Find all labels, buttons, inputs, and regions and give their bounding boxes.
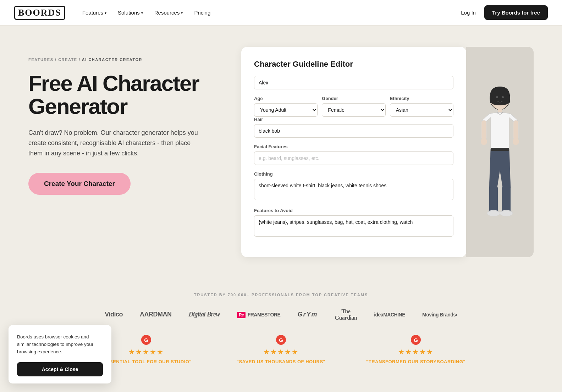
review-card-1: G ★★★★★ "SAVED US THOUSANDS OF HOURS" — [221, 335, 341, 364]
clothing-field: Clothing short-sleeved white t-shirt, bl… — [254, 171, 453, 201]
svg-rect-12 — [502, 186, 511, 212]
svg-point-4 — [502, 96, 504, 98]
character-image-panel — [466, 47, 534, 257]
svg-rect-2 — [507, 95, 510, 103]
brand-grym: GrYm — [297, 311, 318, 318]
nav-actions: Log In Try Boords for free — [461, 5, 548, 20]
name-input[interactable] — [254, 76, 453, 89]
avoid-field: Features to Avoid {white jeans}, stripes… — [254, 208, 453, 238]
name-field — [254, 76, 453, 89]
facial-input[interactable] — [254, 151, 453, 165]
create-character-button[interactable]: Create Your Character — [28, 173, 131, 195]
age-select[interactable]: Young Adult Child Teen Adult Middle-Aged… — [254, 103, 318, 117]
brand-ideamachine: ideaMACHINE — [374, 312, 405, 318]
breadcrumb-create[interactable]: CREATE — [58, 57, 77, 62]
hero-left: FEATURES / CREATE / AI CHARACTER CREATOR… — [28, 47, 227, 195]
hair-label: Hair — [254, 117, 453, 122]
avoid-input[interactable]: {white jeans}, stripes, sunglasses, bag,… — [254, 215, 453, 237]
gender-group: Gender Female Male Non-binary — [322, 96, 385, 117]
g-badge-1: G — [276, 335, 286, 345]
hair-input[interactable] — [254, 124, 453, 138]
svg-rect-11 — [489, 186, 498, 212]
hair-field: Hair — [254, 117, 453, 138]
clothing-label: Clothing — [254, 171, 453, 177]
svg-point-14 — [500, 210, 513, 216]
stars-1: ★★★★★ — [221, 348, 341, 356]
svg-point-9 — [513, 138, 519, 145]
gender-label: Gender — [322, 96, 385, 101]
ethnicity-group: Ethnicity Asian Black Hispanic White Mix… — [390, 96, 453, 117]
character-editor-card: Character Guideline Editor Age Young Adu… — [241, 47, 466, 257]
stars-2: ★★★★★ — [356, 348, 476, 356]
cookie-accept-button[interactable]: Accept & Close — [17, 362, 103, 376]
svg-rect-7 — [513, 120, 518, 140]
g-badge-2: G — [411, 335, 421, 345]
svg-rect-6 — [481, 120, 486, 140]
hero-description: Can't draw? No problem. Our character ge… — [28, 128, 199, 158]
review-text-2: "TRANSFORMED OUR STORYBOARDING" — [356, 359, 476, 364]
age-group: Age Young Adult Child Teen Adult Middle-… — [254, 96, 318, 117]
character-figure — [475, 85, 525, 227]
svg-rect-10 — [491, 148, 509, 151]
hero-right: Character Guideline Editor Age Young Adu… — [241, 47, 534, 257]
cookie-text: Boords uses browser cookies and similar … — [17, 333, 103, 356]
svg-point-13 — [487, 210, 500, 216]
nav-pricing[interactable]: Pricing — [194, 10, 210, 16]
review-text-1: "SAVED US THOUSANDS OF HOURS" — [221, 359, 341, 364]
breadcrumb: FEATURES / CREATE / AI CHARACTER CREATOR — [28, 57, 227, 62]
facial-field: Facial Features — [254, 144, 453, 165]
g-badge-0: G — [141, 335, 151, 345]
demographics-row: Age Young Adult Child Teen Adult Middle-… — [254, 96, 453, 117]
svg-rect-1 — [490, 95, 493, 103]
nav-links: Features ▾ Solutions ▾ Resources ▾ Prici… — [82, 10, 461, 16]
brand-guardian: TheGuardian — [335, 308, 357, 321]
editor-title: Character Guideline Editor — [254, 60, 453, 69]
ethnicity-label: Ethnicity — [390, 96, 453, 101]
gender-select[interactable]: Female Male Non-binary — [322, 103, 385, 117]
try-free-button[interactable]: Try Boords for free — [484, 5, 548, 20]
breadcrumb-features[interactable]: FEATURES — [28, 57, 53, 62]
trusted-label: TRUSTED BY 700,000+ PROFESSIONALS FROM T… — [28, 293, 534, 297]
brand-logos: Vidico AARDMAN Digital Brew Re FRAMESTOR… — [28, 308, 534, 321]
chevron-down-icon: ▾ — [105, 11, 106, 15]
brand-moving-brands: Moving Brands› — [422, 312, 457, 318]
svg-point-3 — [496, 96, 498, 98]
facial-label: Facial Features — [254, 144, 453, 149]
nav-resources[interactable]: Resources ▾ — [154, 10, 183, 16]
cookie-banner: Boords uses browser cookies and similar … — [9, 325, 111, 383]
brand-vidico: Vidico — [105, 311, 123, 318]
review-card-2: G ★★★★★ "TRANSFORMED OUR STORYBOARDING" — [356, 335, 476, 364]
chevron-down-icon: ▾ — [181, 11, 183, 15]
trusted-section: TRUSTED BY 700,000+ PROFESSIONALS FROM T… — [0, 278, 562, 321]
navbar: BOORDS Features ▾ Solutions ▾ Resources … — [0, 0, 562, 26]
breadcrumb-current: AI CHARACTER CREATOR — [82, 57, 142, 62]
chevron-down-icon: ▾ — [141, 11, 143, 15]
brand-framestore: Re FRAMESTORE — [237, 312, 280, 318]
page-title: Free AI Character Generator — [28, 72, 227, 118]
hero-section: FEATURES / CREATE / AI CHARACTER CREATOR… — [0, 26, 562, 278]
brand-aardman: AARDMAN — [140, 311, 172, 318]
avoid-label: Features to Avoid — [254, 208, 453, 213]
svg-point-8 — [481, 138, 487, 145]
site-logo[interactable]: BOORDS — [14, 6, 65, 20]
nav-solutions[interactable]: Solutions ▾ — [118, 10, 143, 16]
login-button[interactable]: Log In — [461, 10, 476, 16]
clothing-input[interactable]: short-sleeved white t-shirt, black jeans… — [254, 179, 453, 200]
ethnicity-select[interactable]: Asian Black Hispanic White Mixed — [390, 103, 453, 117]
brand-digital-brew: Digital Brew — [188, 311, 220, 318]
age-label: Age — [254, 96, 318, 101]
nav-features[interactable]: Features ▾ — [82, 10, 106, 16]
